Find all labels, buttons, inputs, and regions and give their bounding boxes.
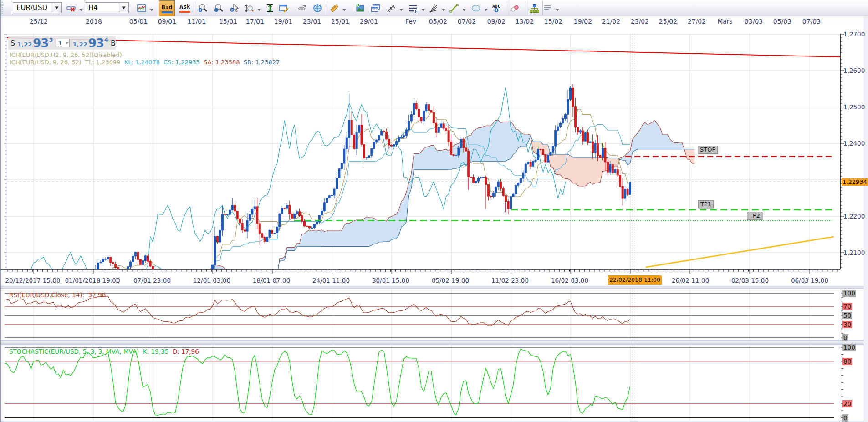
candle [172, 290, 174, 293]
candle [443, 124, 444, 128]
candle [622, 186, 623, 198]
candle [142, 261, 144, 264]
candle [266, 237, 268, 241]
candle [62, 307, 64, 308]
candle [219, 230, 221, 242]
candle [316, 222, 318, 224]
candle [110, 257, 112, 263]
candle [405, 130, 407, 136]
rsi-line [0, 296, 630, 326]
bottom-axis-date: 24/01 11:00 [312, 277, 350, 284]
candle [304, 221, 306, 226]
candle [619, 175, 621, 187]
ichimoku-cloud-bull [619, 121, 684, 165]
candle [450, 142, 452, 155]
sell-pips: 93 [33, 36, 48, 50]
tp1-chip[interactable]: TP1 [698, 200, 714, 208]
candle [497, 182, 499, 187]
candle [428, 105, 429, 111]
ich-label: ICH(EUR/USD, 9, 26, 52) TL: 1,23099 KL: … [10, 59, 280, 66]
candle [289, 205, 291, 214]
candle [473, 178, 475, 183]
candle [5, 326, 7, 327]
candle [65, 309, 67, 309]
candle [10, 325, 12, 327]
candle [475, 181, 477, 183]
candle [125, 272, 127, 276]
candle [507, 202, 509, 209]
chart-plot [0, 38, 840, 352]
candle [430, 111, 432, 112]
chart-gridlines [7, 34, 840, 421]
candle [251, 209, 253, 214]
ich-name: ICH(EUR/USD, 9, 26, 52) [10, 59, 85, 66]
candle [147, 256, 149, 261]
candle [458, 148, 460, 155]
candle [555, 131, 557, 146]
sell-big-figure: 1,22 [17, 41, 32, 48]
candle [358, 125, 360, 133]
candle [415, 103, 417, 109]
stoch-label: STOCHASTIC(EUR/USD, 5, 3, 3, MVA, MVA) K… [9, 348, 199, 355]
candle [144, 256, 146, 261]
quantity-input[interactable]: 1 [56, 39, 69, 47]
candle [510, 197, 512, 209]
candle [408, 121, 410, 130]
candle [249, 214, 250, 220]
candle [102, 259, 104, 262]
candle [52, 308, 54, 309]
splitter-2[interactable] [0, 340, 868, 345]
ichimoku-cloud-bull [126, 266, 251, 329]
bottom-axis-date: 30/01 15:00 [372, 277, 409, 284]
candle [97, 263, 99, 269]
candle [512, 194, 514, 196]
candle [557, 127, 559, 130]
candle [40, 312, 42, 313]
stoch-axis-badge: 20 [842, 400, 852, 407]
candle [214, 236, 216, 265]
bottom-axis-date: 05/02 19:00 [432, 277, 469, 284]
candle [279, 214, 281, 227]
rsi-axis-badge: 70 [842, 303, 852, 310]
candle [604, 148, 606, 162]
candle [261, 234, 263, 237]
candle [122, 274, 124, 276]
splitter-1[interactable] [0, 286, 868, 289]
candle [351, 121, 352, 135]
stoch-k-line [0, 349, 630, 415]
candle [264, 237, 266, 241]
stoch-label-main: STOCHASTIC(EUR/USD, 5, 3, 3, MVA, MVA) [9, 348, 143, 355]
bottom-axis-date: 26/02 11:00 [672, 277, 709, 284]
candle [8, 325, 10, 328]
candle [453, 155, 454, 156]
candle [269, 230, 271, 238]
candle [584, 133, 586, 141]
candle [134, 252, 136, 256]
candle [530, 162, 531, 166]
candle [438, 127, 439, 132]
price-axis-label: 1,2600 [843, 67, 865, 74]
stoch-label-k: K: 19,35 [143, 348, 173, 355]
stoch-panel-grid [0, 345, 843, 421]
price-axis-label: 1,2200 [843, 213, 865, 220]
sell-fraction: 3 [49, 36, 53, 43]
candle [480, 178, 482, 178]
buy-pips: 93 [88, 36, 104, 50]
candle [336, 178, 337, 189]
ich-tl-value: TL: 1,23099 [85, 59, 124, 66]
candle [463, 139, 465, 147]
candle [331, 195, 333, 196]
bottom-axis-date: 07/01 23:00 [133, 277, 171, 284]
candle [565, 114, 567, 118]
candle [132, 256, 134, 262]
candle [107, 257, 109, 259]
stop-chip[interactable]: STOP [698, 146, 718, 154]
candle [28, 317, 30, 320]
candle [502, 188, 504, 196]
candle [207, 272, 209, 276]
tp2-chip[interactable]: TP2 [747, 212, 762, 220]
candle [45, 310, 47, 310]
candle [517, 183, 519, 185]
candle [587, 133, 589, 143]
candle [627, 189, 628, 195]
